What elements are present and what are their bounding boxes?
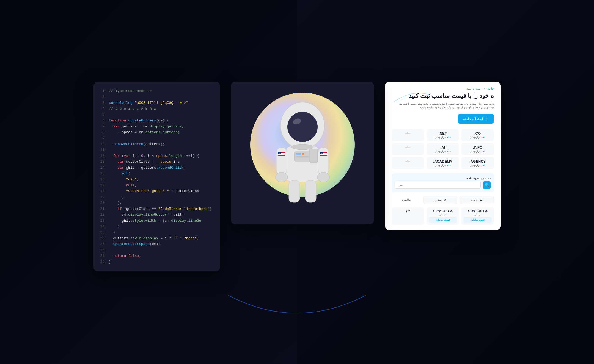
code-line-24: 24 }: [99, 224, 215, 229]
domain-item-toman2[interactable]: تومان: [392, 143, 424, 155]
code-content-25: }: [109, 229, 215, 235]
domain-item-toman1[interactable]: تومان: [392, 129, 424, 141]
code-content-22: cm.display.lineGutter = gElt;: [109, 212, 215, 218]
line-num-20: 20: [99, 200, 105, 206]
domain-item-info[interactable]: .INFO ۸۹۹ هزارتومان: [461, 143, 494, 155]
domain-ext-ai: .AI: [429, 145, 457, 149]
line-num-15: 15: [99, 171, 105, 176]
svg-text:★★★: ★★★: [279, 153, 281, 154]
cta-label: استعلام دامنه: [463, 117, 483, 121]
cta-icon: ⊙: [485, 117, 488, 121]
transfer-renew-row: ⇄ انتقال ↻ تمدید مالیات: [392, 196, 494, 204]
pricing-unit-1: تومان: [463, 213, 492, 216]
breadcrumb-current: ثبت دامنه: [466, 87, 481, 90]
domain-ext-academy: .ACADEMY: [429, 159, 457, 163]
code-content-9: [109, 135, 215, 141]
code-line-5: 5: [99, 112, 215, 118]
line-num-5: 5: [99, 112, 105, 118]
line-num-24: 24: [99, 224, 105, 229]
line-num-8: 8: [99, 129, 105, 135]
line-num-30: 30: [99, 259, 105, 265]
search-section: جستجوی پسوند دامنه 🔍: [392, 173, 494, 192]
svg-point-20: [276, 172, 288, 182]
code-line-23: 23 gElt.style.width = (cm.display.lineGu: [99, 218, 215, 224]
code-panel: 1 // Type some code -> 2 3 console.log "…: [94, 82, 220, 271]
code-content-16: "div",: [109, 177, 215, 182]
domain-item-co[interactable]: .CO ۸۹۹ هزارتومان: [461, 129, 494, 141]
search-icon: 🔍: [485, 183, 489, 187]
domain-item-academy[interactable]: .ACADEMY ۸۹۹ هزارتومان: [427, 157, 459, 169]
domain-price-academy: ۸۹۹ هزارتومان: [429, 164, 457, 167]
code-content-8: __specs = cm.options.gutters;: [109, 129, 215, 135]
code-content-12: for (var i = 0; i < specs.length; ++i) {: [109, 153, 215, 159]
pricing-action-1[interactable]: قیمت سالگرد: [463, 217, 492, 223]
pricing-unit-2: تومان: [429, 213, 457, 216]
code-content-19: ): [109, 194, 215, 200]
search-label: جستجوی پسوند دامنه: [395, 177, 491, 180]
line-num-19: 19: [99, 194, 105, 200]
domain-item-agency[interactable]: .AGENCY ۸۹۹ هزارتومان: [461, 157, 494, 169]
domain-panel: خانه • ثبت دامنه ه خود را با قیمت مناسب …: [385, 82, 501, 230]
line-num-12: 12: [99, 153, 105, 159]
code-line-13: 13 var gutterClass = __specs[i];: [99, 159, 215, 165]
code-line-8: 8 __specs = cm.options.gutters;: [99, 129, 215, 135]
search-input[interactable]: [395, 182, 481, 189]
code-content-4: // à é ù ï ø ç Ã Ê Æ œ: [109, 106, 215, 112]
code-line-25: 25 }: [99, 229, 215, 235]
domain-ext-net: .NET: [429, 131, 457, 135]
svg-rect-5: [296, 153, 301, 155]
line-num-6: 6: [99, 118, 105, 123]
pricing-card-1: ۱،۲۳۳،۲۵۶،۸۸۹ تومان قیمت سالگرد: [461, 207, 494, 225]
arc-graphic: [391, 87, 435, 104]
code-content-3: console.log "o008 iIll1 g9qCGQ --+=>": [109, 100, 215, 106]
code-line-15: 15 elt(: [99, 171, 215, 176]
svg-point-1: [287, 112, 318, 142]
pricing-action-2[interactable]: قیمت سالگرد: [429, 217, 457, 223]
pricing-amount-2: ۱،۲۳۳،۲۵۶،۸۸۹: [429, 210, 457, 213]
svg-rect-6: [302, 153, 304, 155]
line-num-17: 17: [99, 182, 105, 188]
code-line-14: 14 var gElt = gutters.appendChild(: [99, 165, 215, 171]
code-line-11: 11: [99, 147, 215, 153]
renew-button[interactable]: ↻ تمدید: [423, 196, 458, 204]
code-content-21: if (gutterClass == "CodeMirror-linenumbe…: [109, 206, 215, 212]
code-line-2: 2: [99, 94, 215, 100]
pricing-amount-1: ۱،۲۳۳،۲۵۶،۸۸۹: [463, 210, 492, 213]
line-num-25: 25: [99, 229, 105, 235]
code-line-16: 16 "div",: [99, 177, 215, 182]
astronaut-figure: ★★★ ★★★: [261, 98, 344, 213]
code-line-6: 6 function updateGutters(cm) {: [99, 118, 215, 123]
breadcrumb-home[interactable]: خانه: [487, 87, 494, 90]
domain-price-co: ۸۹۹ هزارتومان: [464, 136, 491, 139]
line-num-11: 11: [99, 147, 105, 153]
tax-label: مالیات: [392, 196, 421, 204]
svg-rect-23: [305, 180, 316, 202]
code-content-15: elt(: [109, 171, 215, 176]
code-line-7: 7 var gutters = cm.display.gutters,: [99, 124, 215, 129]
line-num-22: 22: [99, 212, 105, 218]
code-content-2: [109, 94, 215, 100]
domain-item-ai[interactable]: .AI ۸۹۹ هزارتومان: [427, 143, 459, 155]
domain-item-toman3[interactable]: تومان: [392, 157, 424, 169]
code-content-7: var gutters = cm.display.gutters,: [109, 124, 215, 129]
search-icon-box[interactable]: 🔍: [483, 181, 491, 189]
line-num-9: 9: [99, 135, 105, 141]
pricing-card-2: ۱،۲۳۳،۲۵۶،۸۸۹ تومان قیمت سالگرد: [427, 207, 459, 225]
code-line-17: 17 null,: [99, 182, 215, 188]
domain-cta-button[interactable]: ⊙ استعلام دامنه: [458, 114, 494, 124]
domain-ext-agency: .AGENCY: [464, 159, 491, 163]
code-line-1: 1 // Type some code ->: [99, 88, 215, 94]
code-content-6: function updateGutters(cm) {: [109, 118, 215, 123]
code-line-4: 4 // à é ù ï ø ç Ã Ê Æ œ: [99, 106, 215, 112]
code-content-24: }: [109, 224, 215, 229]
line-num-14: 14: [99, 165, 105, 171]
svg-text:★★★: ★★★: [321, 153, 323, 154]
center-panel: ★★★ ★★★: [231, 82, 374, 224]
domain-item-net[interactable]: .NET ۸۹۹ هزارتومان: [427, 129, 459, 141]
line-num-29: 29: [99, 253, 105, 259]
pricing-row: ۱،۲۳۳،۲۵۶،۸۸۹ تومان قیمت سالگرد ۱،۲۳۳،۲۵…: [392, 207, 494, 225]
transfer-button[interactable]: ⇄ انتقال: [460, 196, 494, 204]
code-line-22: 22 cm.display.lineGutter = gElt;: [99, 212, 215, 218]
code-line-30: 30 }: [99, 259, 215, 265]
code-content-27: updateGutterSpace(cm);: [109, 241, 215, 247]
